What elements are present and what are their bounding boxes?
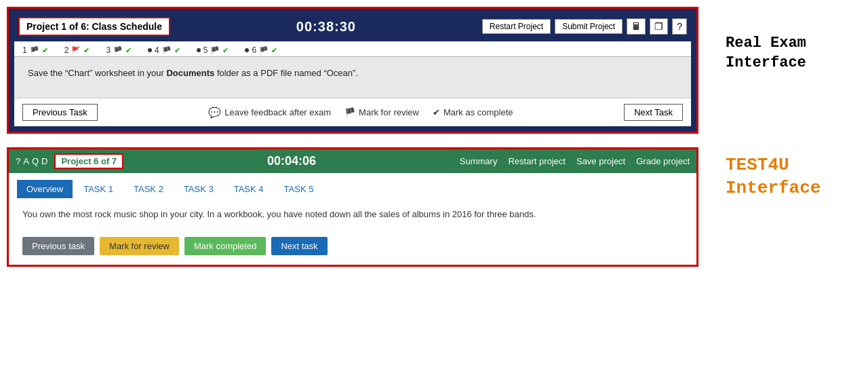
feedback-icon: 💬 [208, 107, 221, 119]
test4u-footer: Previous task Mark for review Mark compl… [9, 230, 696, 265]
mark-complete-label: Mark as complete [443, 107, 513, 117]
tab1-num: 1 [22, 45, 27, 55]
exam-body: 1 🏴 ✔ 2 🚩 ✔ 3 🏴 ✔ 4 🏴 [14, 41, 691, 126]
tab-overview[interactable]: Overview [17, 180, 73, 198]
t4u-mark-complete-button[interactable]: Mark completed [184, 237, 266, 255]
task-tab-2[interactable]: 2 🚩 ✔ [62, 44, 93, 56]
task-tab-6[interactable]: 6 🏴 ✔ [242, 44, 280, 56]
feedback-label: Leave feedback after exam [224, 107, 331, 117]
tab6-num: 6 [252, 45, 256, 55]
test4u-label: TEST4UInterface [726, 154, 848, 200]
tab2-num: 2 [64, 45, 69, 55]
task-tab-5[interactable]: 5 🏴 ✔ [194, 44, 232, 56]
test4u-icon-bar: ? A Q D [16, 156, 47, 166]
test4u-interface: ? A Q D Project 6 of 7 00:04:06 Summary … [7, 147, 698, 267]
t4u-prev-task-button[interactable]: Previous task [22, 237, 94, 255]
d-icon[interactable]: D [41, 156, 47, 166]
q-icon[interactable]: Q [32, 156, 39, 166]
tab1-flag-icon: 🏴 [30, 46, 39, 55]
test4u-tabs: Overview TASK 1 TASK 2 TASK 3 TASK 4 TAS… [9, 173, 696, 198]
tab5-dot [197, 48, 201, 52]
test4u-project-badge: Project 6 of 7 [54, 153, 123, 169]
tab1-check-icon: ✔ [42, 46, 48, 55]
t4u-mark-review-button[interactable]: Mark for review [100, 237, 179, 255]
tab-task2[interactable]: TASK 2 [124, 180, 173, 198]
tab6-dot [245, 48, 249, 52]
tab4-check-icon: ✔ [174, 46, 180, 55]
tab6-check-icon: ✔ [271, 46, 277, 55]
test4u-content: You own the most rock music shop in your… [9, 198, 696, 230]
submit-project-button[interactable]: Submit Project [555, 19, 623, 34]
save-project-link[interactable]: Save project [576, 156, 625, 166]
mark-review-label: Mark for review [359, 107, 419, 117]
tab5-flag-icon: 🏴 [210, 46, 220, 55]
check-complete-icon: ✔ [433, 107, 440, 117]
right-labels: Real ExamInterface TEST4UInterface [705, 0, 868, 214]
exam-footer: Previous Task 💬 Leave feedback after exa… [14, 98, 691, 126]
flag-review-icon: 🏴 [344, 107, 355, 117]
task-tab-4[interactable]: 4 🏴 ✔ [145, 44, 183, 56]
mark-review-action[interactable]: 🏴 Mark for review [344, 107, 419, 117]
real-exam-label: Real ExamInterface [726, 34, 848, 73]
restart-project-button[interactable]: Restart Project [482, 19, 551, 34]
test4u-body: Overview TASK 1 TASK 2 TASK 3 TASK 4 TAS… [9, 173, 696, 265]
tab-task1[interactable]: TASK 1 [74, 180, 123, 198]
t4u-next-task-button[interactable]: Next task [271, 237, 327, 255]
exam-title: Project 1 of 6: Class Schedule [18, 17, 170, 36]
grade-project-link[interactable]: Grade project [636, 156, 690, 166]
help-icon[interactable]: ? [16, 156, 20, 166]
restart-project-link[interactable]: Restart project [508, 156, 566, 166]
tab4-flag-icon: 🏴 [162, 46, 172, 55]
test4u-timer: 00:04:06 [130, 154, 453, 168]
task-tab-3[interactable]: 3 🏴 ✔ [103, 44, 134, 56]
exam-header: Project 1 of 6: Class Schedule 00:38:30 … [14, 14, 691, 39]
summary-link[interactable]: Summary [460, 156, 498, 166]
window-icon[interactable]: ❐ [650, 18, 668, 35]
tab2-check-icon: ✔ [83, 46, 90, 55]
next-task-button[interactable]: Next Task [624, 104, 683, 121]
real-exam-interface: Project 1 of 6: Class Schedule 00:38:30 … [7, 7, 698, 134]
tab2-flag-icon: 🚩 [71, 46, 81, 55]
task-tab-1[interactable]: 1 🏴 ✔ [20, 44, 51, 56]
tab3-check-icon: ✔ [125, 46, 132, 55]
task-instruction: Save the “Chart” worksheet in your Docum… [14, 57, 691, 98]
a-icon[interactable]: A [23, 156, 29, 166]
tab5-check-icon: ✔ [222, 46, 229, 55]
tab4-dot [148, 48, 152, 52]
tab4-num: 4 [155, 45, 159, 55]
previous-task-button[interactable]: Previous Task [22, 104, 98, 121]
tab3-flag-icon: 🏴 [113, 46, 123, 55]
test4u-header: ? A Q D Project 6 of 7 00:04:06 Summary … [9, 149, 696, 173]
tab-task3[interactable]: TASK 3 [174, 180, 223, 198]
task-tabs: 1 🏴 ✔ 2 🚩 ✔ 3 🏴 ✔ 4 🏴 [14, 41, 691, 57]
help-icon[interactable]: ? [672, 18, 687, 35]
tab-task4[interactable]: TASK 4 [224, 180, 273, 198]
tab6-flag-icon: 🏴 [259, 46, 269, 55]
tab5-num: 5 [203, 45, 208, 55]
exam-timer: 00:38:30 [296, 19, 356, 35]
test4u-nav-links: Summary Restart project Save project Gra… [460, 156, 690, 166]
calculator-icon[interactable]: 🖩 [627, 18, 646, 35]
exam-header-buttons: Restart Project Submit Project 🖩 ❐ ? [482, 18, 687, 35]
tab3-num: 3 [106, 45, 111, 55]
leave-feedback-action[interactable]: 💬 Leave feedback after exam [208, 107, 331, 119]
overview-text: You own the most rock music shop in your… [22, 209, 683, 219]
tab-task5[interactable]: TASK 5 [275, 180, 323, 198]
mark-complete-action[interactable]: ✔ Mark as complete [433, 107, 513, 117]
